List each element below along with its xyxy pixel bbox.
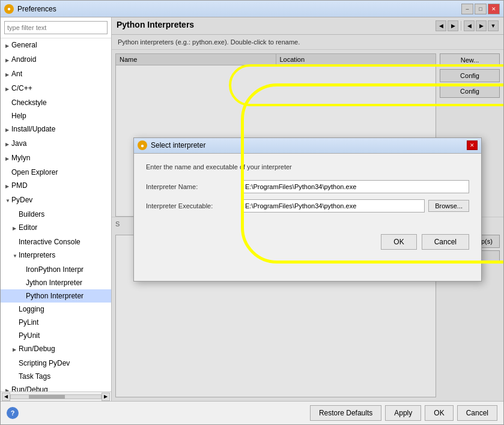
sidebar-item-android[interactable]: ▶ Android xyxy=(1,53,111,67)
sidebar-item-label: Scripting PyDev xyxy=(19,359,70,367)
sidebar-item-scripting-pydev[interactable]: Scripting PyDev xyxy=(1,357,111,370)
dialog-close-button[interactable]: ✕ xyxy=(467,140,478,150)
ok-button[interactable]: OK xyxy=(425,405,453,421)
interpreter-name-label: Interpreter Name: xyxy=(146,183,242,190)
scroll-right-arrow[interactable]: ▶ xyxy=(102,393,110,401)
search-input[interactable] xyxy=(4,21,108,34)
sidebar-item-label: Help xyxy=(11,112,26,120)
sidebar-item-label: PyDev xyxy=(11,196,32,204)
bottom-bar: ? Restore Defaults Apply OK Cancel xyxy=(1,401,503,424)
scrollbar-track[interactable] xyxy=(10,394,102,399)
sidebar-item-run-debug[interactable]: ▶ Run/Debug xyxy=(1,342,111,357)
sidebar-item-c-c--[interactable]: ▶ C/C++ xyxy=(1,82,111,96)
sidebar-item-pmd[interactable]: ▶ PMD xyxy=(1,179,111,193)
dialog-title-left: ● Select interpreter xyxy=(138,140,205,150)
dialog-ok-button[interactable]: OK xyxy=(381,234,416,250)
scroll-left-arrow[interactable]: ◀ xyxy=(2,393,10,401)
app-icon: ● xyxy=(4,4,14,14)
search-box xyxy=(1,17,111,38)
highlight-top-circle xyxy=(229,64,503,106)
sidebar-item-label: Android xyxy=(11,55,36,64)
cancel-button[interactable]: Cancel xyxy=(457,405,497,421)
interpreter-executable-label: Interpreter Executable: xyxy=(146,202,242,209)
tree-container: ▶ General▶ Android▶ Ant▶ C/C++ Checkstyl… xyxy=(1,38,111,391)
interpreter-name-row: Interpreter Name: xyxy=(146,180,469,193)
sidebar-item-label: Run/Debug xyxy=(19,345,55,353)
sidebar-item-label: Checkstyle xyxy=(11,98,47,107)
sidebar-item-label: Jython Interpreter xyxy=(26,279,82,287)
interpreter-executable-input[interactable] xyxy=(242,199,425,212)
close-button[interactable]: ✕ xyxy=(488,4,500,14)
dialog-title-bar: ● Select interpreter ✕ xyxy=(134,138,481,154)
restore-defaults-button[interactable]: Restore Defaults xyxy=(310,405,381,421)
sidebar-item-label: Run/Debug xyxy=(11,385,48,391)
window-title: Preferences xyxy=(17,5,56,13)
sidebar-item-general[interactable]: ▶ General xyxy=(1,38,111,53)
sidebar-item-label: Interpreters xyxy=(19,251,55,259)
sidebar-scrollbar: ◀ ▶ xyxy=(1,391,111,401)
sidebar-item-label: Task Tags xyxy=(19,372,50,381)
sidebar-item-task-tags[interactable]: Task Tags xyxy=(1,370,111,383)
sidebar-item-pylint[interactable]: PyLint xyxy=(1,316,111,329)
dialog-subtitle: Enter the name and executable of your in… xyxy=(146,163,469,170)
dialog-cancel-button[interactable]: Cancel xyxy=(422,234,469,250)
title-bar-left: ● Preferences xyxy=(4,4,56,14)
sidebar-item-label: Mylyn xyxy=(11,154,30,162)
sidebar-item-label: Builders xyxy=(19,210,44,219)
restore-button[interactable]: □ xyxy=(475,4,487,14)
sidebar-item-java[interactable]: ▶ Java xyxy=(1,137,111,151)
sidebar-item-editor[interactable]: ▶ Editor xyxy=(1,221,111,235)
apply-button[interactable]: Apply xyxy=(385,405,421,421)
sidebar-item-label: General xyxy=(11,41,37,49)
sidebar-item-jython-interpreter[interactable]: Jython Interpreter xyxy=(1,276,111,289)
sidebar-item-interactive-console[interactable]: Interactive Console xyxy=(1,235,111,249)
sidebar: ▶ General▶ Android▶ Ant▶ C/C++ Checkstyl… xyxy=(1,17,112,401)
sidebar-item-ironpython-interpr[interactable]: IronPython Interpr xyxy=(1,263,111,276)
dialog-icon: ● xyxy=(138,140,147,150)
dialog-body: Enter the name and executable of your in… xyxy=(134,154,481,228)
sidebar-item-label: Install/Update xyxy=(11,125,55,133)
sidebar-item-label: Editor xyxy=(19,223,37,232)
sidebar-item-python-interpreter[interactable]: Python Interpreter xyxy=(1,289,111,303)
sidebar-item-interpreters[interactable]: ▼ Interpreters xyxy=(1,249,111,263)
sidebar-item-label: IronPython Interpr xyxy=(26,265,83,274)
select-interpreter-dialog: ● Select interpreter ✕ Enter the name an… xyxy=(133,137,482,282)
sidebar-item-label: Python Interpreter xyxy=(26,292,83,300)
minimize-button[interactable]: – xyxy=(461,4,473,14)
interpreter-name-input[interactable] xyxy=(242,180,469,193)
sidebar-item-ant[interactable]: ▶ Ant xyxy=(1,67,111,82)
browse-button[interactable]: Browse... xyxy=(428,200,469,212)
title-bar-controls: – □ ✕ xyxy=(461,4,500,14)
sidebar-item-label: PyUnit xyxy=(19,331,40,340)
sidebar-item-open-explorer[interactable]: Open Explorer xyxy=(1,166,111,179)
sidebar-item-label: C/C++ xyxy=(11,84,32,92)
sidebar-item-label: PMD xyxy=(11,181,28,190)
sidebar-item-pyunit[interactable]: PyUnit xyxy=(1,329,111,342)
help-button[interactable]: ? xyxy=(7,407,19,419)
sidebar-item-logging[interactable]: Logging xyxy=(1,303,111,316)
sidebar-item-label: Interactive Console xyxy=(19,238,80,246)
main-window: ● Preferences – □ ✕ ▶ General▶ Android▶ … xyxy=(0,0,504,425)
sidebar-item-help[interactable]: Help xyxy=(1,109,111,122)
main-content: ▶ General▶ Android▶ Ant▶ C/C++ Checkstyl… xyxy=(1,17,503,401)
sidebar-item-label: Logging xyxy=(19,305,44,313)
title-bar: ● Preferences – □ ✕ xyxy=(1,1,503,17)
scrollbar-thumb xyxy=(29,395,65,399)
dialog-title: Select interpreter xyxy=(151,141,205,149)
sidebar-item-builders[interactable]: Builders xyxy=(1,208,111,221)
bottom-bar-right: Restore Defaults Apply OK Cancel xyxy=(310,405,497,421)
sidebar-item-install-update[interactable]: ▶ Install/Update xyxy=(1,122,111,137)
sidebar-item-label: Java xyxy=(11,139,26,148)
sidebar-item-label: Ant xyxy=(11,70,22,78)
sidebar-item-label: Open Explorer xyxy=(11,168,58,176)
sidebar-item-checkstyle[interactable]: Checkstyle xyxy=(1,96,111,109)
sidebar-item-pydev[interactable]: ▼ PyDev xyxy=(1,193,111,208)
interpreter-executable-row: Interpreter Executable: Browse... xyxy=(146,199,469,212)
sidebar-item-mylyn[interactable]: ▶ Mylyn xyxy=(1,151,111,166)
right-panel: Python Interpreters ◀ ▶ ◀ ▶ ▼ Python int… xyxy=(112,17,503,401)
dialog-buttons: OK Cancel xyxy=(134,228,481,259)
sidebar-item-run-debug[interactable]: ▶ Run/Debug xyxy=(1,383,111,391)
modal-overlay: ● Select interpreter ✕ Enter the name an… xyxy=(112,17,503,401)
sidebar-item-label: PyLint xyxy=(19,318,38,327)
